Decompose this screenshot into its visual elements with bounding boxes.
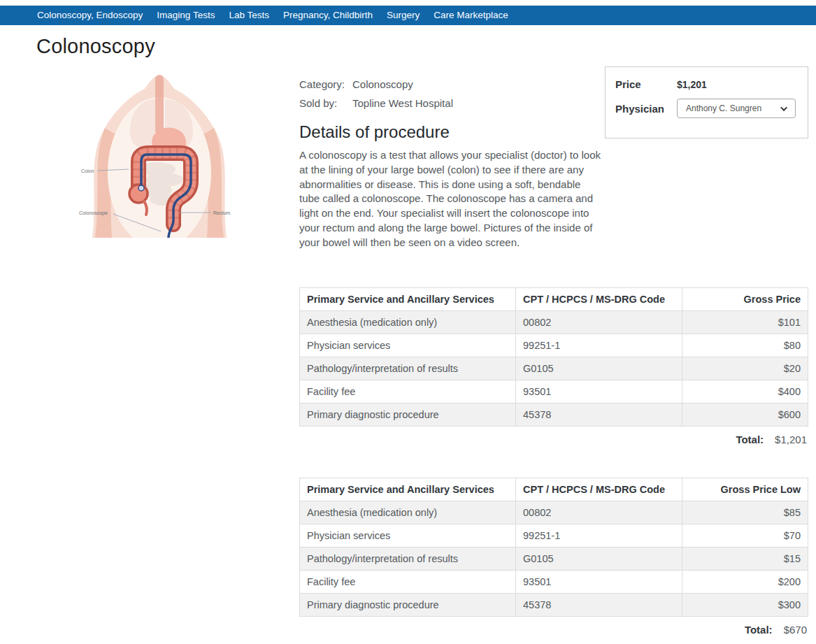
total-value: $670 xyxy=(784,624,807,636)
table-cell: Facility fee xyxy=(300,380,516,403)
page-title: Colonoscopy xyxy=(36,35,155,58)
table-cell: Primary diagnostic procedure xyxy=(300,403,516,427)
total-value: $1,201 xyxy=(775,434,807,445)
table-cell: Physician services xyxy=(300,524,516,548)
nav-item-imaging-tests[interactable]: Imaging Tests xyxy=(150,6,222,25)
chevron-down-icon xyxy=(780,104,787,111)
physician-label: Physician xyxy=(615,103,677,115)
table-cell: 93501 xyxy=(516,380,682,403)
table-row: Pathology/interpretation of resultsG0105… xyxy=(300,357,808,380)
gross-price-table-section: Primary Service and Ancillary ServicesCP… xyxy=(299,287,808,445)
table-row: Primary diagnostic procedure45378$300 xyxy=(300,594,808,617)
nav-item-surgery[interactable]: Surgery xyxy=(380,6,427,25)
table-cell: $80 xyxy=(682,334,808,357)
column-header: Gross Price Low xyxy=(682,478,808,501)
price-label: Price xyxy=(615,78,677,90)
sold-by-value: Topline West Hospital xyxy=(352,94,453,113)
table-cell: 00802 xyxy=(516,311,682,334)
table-row: Physician services99251-1$70 xyxy=(300,524,808,548)
table-cell: Anesthesia (medication only) xyxy=(300,501,516,524)
illustration-label-colonoscope: Colonoscope xyxy=(79,210,108,216)
gross-price-table: Primary Service and Ancillary ServicesCP… xyxy=(299,287,808,427)
colonoscopy-diagram-icon: Colon Colonoscope Rectum xyxy=(77,75,243,238)
table-row: Facility fee93501$400 xyxy=(300,380,808,403)
nav-item-colonoscopy-endoscopy[interactable]: Colonoscopy, Endoscopy xyxy=(30,6,150,25)
table-cell: Anesthesia (medication only) xyxy=(300,311,516,334)
procedure-description: A colonoscopy is a test that allows your… xyxy=(299,148,603,250)
table-row: Anesthesia (medication only)00802$101 xyxy=(300,311,808,334)
table-cell: 00802 xyxy=(516,501,682,524)
price-box: Price $1,201 Physician Anthony C. Sungre… xyxy=(605,66,808,138)
category-value: Colonoscopy xyxy=(352,75,413,94)
table-cell: Pathology/interpretation of results xyxy=(300,548,516,571)
table-row: Facility fee93501$200 xyxy=(300,571,808,594)
category-label: Category: xyxy=(299,75,352,94)
table-cell: $85 xyxy=(682,501,808,524)
column-header: CPT / HCPCS / MS-DRG Code xyxy=(516,288,682,311)
sold-by-label: Sold by: xyxy=(299,94,352,113)
price-value: $1,201 xyxy=(677,79,707,90)
table-cell: G0105 xyxy=(516,548,682,571)
table-cell: Physician services xyxy=(300,334,516,357)
table-cell: $15 xyxy=(682,548,808,571)
table-cell: 99251-1 xyxy=(516,334,682,357)
table-row: Physician services99251-1$80 xyxy=(300,334,808,357)
nav-item-care-marketplace[interactable]: Care Marketplace xyxy=(427,6,515,25)
nav-item-pregnancy-childbirth[interactable]: Pregnancy, Childbirth xyxy=(276,6,380,25)
column-header: CPT / HCPCS / MS-DRG Code xyxy=(516,478,682,501)
table-cell: Primary diagnostic procedure xyxy=(300,594,516,617)
category-row: Category: Colonoscopy xyxy=(299,75,603,94)
table-cell: $300 xyxy=(682,594,808,617)
gross-price-low-table-section: Primary Service and Ancillary ServicesCP… xyxy=(299,478,808,636)
column-header: Primary Service and Ancillary Services xyxy=(300,288,516,311)
table-cell: $600 xyxy=(682,403,808,427)
table-row: Primary diagnostic procedure45378$600 xyxy=(300,403,808,427)
total-label: Total: xyxy=(736,434,764,445)
illustration-label-rectum: Rectum xyxy=(213,210,230,215)
gross-price-total-row: Total: $1,201 xyxy=(299,434,808,445)
table-cell: G0105 xyxy=(516,357,682,380)
table-cell: 45378 xyxy=(516,403,682,427)
details-heading: Details of procedure xyxy=(299,122,603,142)
procedure-illustration: Colon Colonoscope Rectum xyxy=(77,75,243,238)
table-cell: $200 xyxy=(682,571,808,594)
table-cell: $101 xyxy=(682,311,808,334)
top-nav: Colonoscopy, EndoscopyImaging TestsLab T… xyxy=(0,6,816,25)
table-cell: $70 xyxy=(682,524,808,548)
gross-price-low-total-row: Total: $670 xyxy=(299,624,808,636)
table-cell: 45378 xyxy=(516,594,682,617)
table-row: Pathology/interpretation of resultsG0105… xyxy=(300,548,808,571)
table-row: Anesthesia (medication only)00802$85 xyxy=(300,501,808,524)
gross-price-low-table: Primary Service and Ancillary ServicesCP… xyxy=(299,478,808,617)
physician-select[interactable]: Anthony C. Sungren xyxy=(677,99,796,118)
product-info: Category: Colonoscopy Sold by: Topline W… xyxy=(299,75,603,250)
illustration-label-colon: Colon xyxy=(81,169,94,173)
table-cell: 93501 xyxy=(516,571,682,594)
price-row: Price $1,201 xyxy=(615,78,798,90)
table-cell: $20 xyxy=(682,357,808,380)
sold-by-row: Sold by: Topline West Hospital xyxy=(299,94,603,113)
physician-selected-value: Anthony C. Sungren xyxy=(686,103,761,113)
table-cell: $400 xyxy=(682,380,808,403)
physician-row: Physician Anthony C. Sungren xyxy=(615,99,798,118)
column-header: Primary Service and Ancillary Services xyxy=(300,478,516,501)
table-cell: Pathology/interpretation of results xyxy=(300,357,516,380)
table-cell: Facility fee xyxy=(300,571,516,594)
nav-item-lab-tests[interactable]: Lab Tests xyxy=(222,6,276,25)
column-header: Gross Price xyxy=(682,288,808,311)
table-cell: 99251-1 xyxy=(516,524,682,548)
total-label: Total: xyxy=(745,624,773,636)
